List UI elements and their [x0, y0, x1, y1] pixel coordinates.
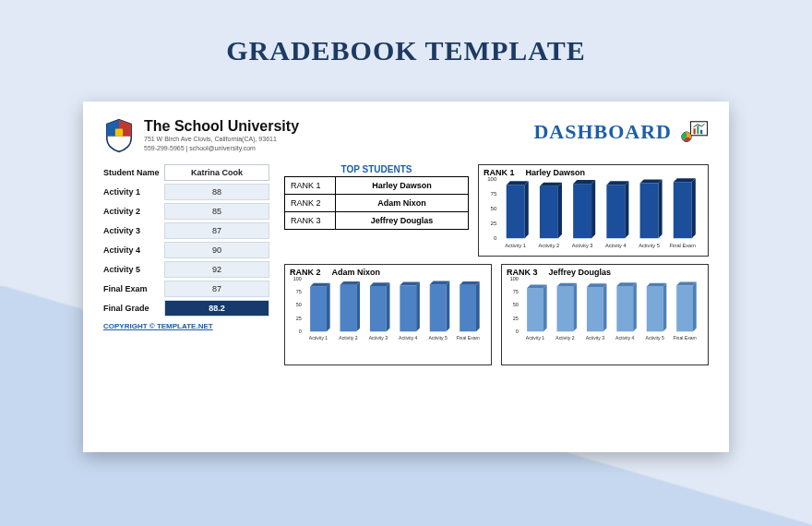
bar-top: [340, 281, 361, 285]
bar: [557, 286, 574, 331]
bar-side: [658, 179, 662, 238]
bar: [587, 287, 603, 331]
student-name-label: Student Name: [103, 168, 164, 177]
student-grades-panel: Student Name Katrina Cook Activity 188Ac…: [103, 164, 269, 365]
bar-chart: 0255075100Activity 1Activity 2Activity 3…: [484, 177, 703, 252]
bar-side: [476, 281, 480, 331]
grade-label: Activity 4: [103, 245, 164, 255]
bar-top: [460, 281, 480, 285]
bar-top: [573, 180, 595, 184]
student-name-value: Katrina Cook: [164, 164, 269, 181]
y-tick: 0: [516, 329, 519, 334]
bar-side: [625, 181, 628, 238]
final-grade-row: Final Grade 88.2: [103, 300, 269, 317]
bar-top: [557, 283, 578, 287]
bar-side: [558, 183, 562, 239]
bar-top: [647, 283, 667, 287]
rank-name-cell: Harley Dawson: [336, 177, 469, 195]
top-students-title: TOP STUDENTS: [284, 164, 469, 174]
bar-side: [591, 180, 595, 238]
bar-side: [573, 283, 577, 332]
bar: [370, 286, 387, 331]
y-tick: 50: [513, 302, 519, 307]
y-tick: 25: [513, 316, 519, 321]
bar: [640, 184, 659, 239]
bar-top: [640, 179, 663, 183]
chart-title: RANK 3Jeffrey Douglas: [507, 268, 703, 277]
grade-row: Activity 592: [103, 261, 269, 278]
grade-label: Activity 5: [103, 265, 164, 274]
school-contact: 559-299-5965 | school@university.com: [144, 144, 299, 153]
card-header: The School University 751 W Birch Ave Cl…: [103, 118, 709, 153]
bar-chart: 0255075100Activity 1Activity 2Activity 3…: [507, 277, 703, 343]
x-tick: Activity 5: [429, 335, 448, 341]
x-tick: Activity 1: [309, 335, 328, 341]
school-name: The School University: [144, 118, 299, 135]
x-tick: Final Exam: [456, 335, 479, 341]
chart-rank-label: RANK 3: [507, 268, 538, 277]
grade-row: Activity 490: [103, 242, 269, 258]
x-tick: Activity 3: [369, 335, 388, 341]
bar: [573, 184, 591, 238]
y-tick: 75: [513, 289, 519, 294]
final-grade-value: 88.2: [164, 300, 269, 317]
student-name-row: Student Name Katrina Cook: [103, 164, 269, 181]
bar: [540, 186, 558, 238]
chart-title: RANK 2Adam Nixon: [290, 268, 486, 277]
bar-top: [606, 181, 628, 185]
grade-value: 87: [164, 222, 269, 239]
x-tick: Activity 5: [639, 243, 660, 248]
grade-label: Activity 2: [103, 207, 164, 216]
grade-value: 92: [164, 261, 269, 278]
grade-value: 87: [164, 281, 269, 297]
chart-student-name: Harley Dawson: [526, 168, 586, 177]
chart-rank-2: RANK 2Adam Nixon0255075100Activity 1Acti…: [284, 264, 492, 365]
dashboard-heading: DASHBOARD: [533, 120, 709, 144]
y-tick: 50: [491, 205, 497, 211]
gradebook-card: The School University 751 W Birch Ave Cl…: [83, 102, 729, 452]
y-tick: 75: [491, 190, 497, 197]
y-tick: 50: [296, 302, 302, 307]
bar-side: [416, 282, 420, 332]
x-tick: Activity 4: [399, 335, 417, 341]
bar-side: [327, 283, 330, 332]
x-tick: Activity 5: [646, 335, 664, 341]
y-tick: 0: [494, 234, 497, 241]
bar-top: [676, 282, 697, 286]
bar-top: [587, 283, 607, 287]
bar-top: [674, 178, 696, 182]
bar-side: [603, 283, 607, 331]
dashboard-label: DASHBOARD: [533, 120, 672, 144]
chart-title: RANK 1Harley Dawson: [484, 168, 703, 177]
page-title: GRADEBOOK TEMPLATE: [0, 0, 812, 66]
bar-side: [663, 283, 667, 332]
bar-top: [507, 181, 529, 185]
school-crest-icon: [103, 118, 135, 153]
chart-rank-label: RANK 2: [290, 268, 321, 277]
x-tick: Activity 3: [572, 243, 593, 248]
top-students-block: TOP STUDENTS RANK 1Harley DawsonRANK 2Ad…: [284, 164, 469, 257]
chart-rank-3: RANK 3Jeffrey Douglas0255075100Activity …: [501, 264, 709, 365]
bar: [647, 286, 663, 331]
rank-row: RANK 2Adam Nixon: [285, 195, 469, 212]
y-tick: 100: [293, 277, 302, 281]
school-address: 751 W Birch Ave Clovis, California(CA), …: [144, 135, 299, 144]
x-tick: Final Exam: [673, 335, 696, 341]
bar-side: [447, 281, 450, 331]
rank-cell: RANK 3: [285, 212, 336, 230]
bar: [616, 286, 633, 331]
school-block: The School University 751 W Birch Ave Cl…: [103, 118, 299, 153]
grade-row: Activity 285: [103, 203, 269, 220]
bar: [430, 284, 447, 331]
rank-cell: RANK 2: [285, 195, 336, 212]
bar: [527, 288, 543, 331]
bar-side: [692, 178, 696, 238]
bar: [674, 182, 692, 238]
charts-panel: TOP STUDENTS RANK 1Harley DawsonRANK 2Ad…: [284, 164, 709, 365]
copyright-link[interactable]: COPYRIGHT © TEMPLATE.NET: [103, 322, 269, 330]
grade-label: Activity 1: [103, 187, 164, 197]
rank-cell: RANK 1: [285, 177, 336, 195]
final-grade-label: Final Grade: [103, 304, 164, 313]
y-tick: 100: [510, 277, 519, 281]
bar-top: [370, 282, 390, 286]
